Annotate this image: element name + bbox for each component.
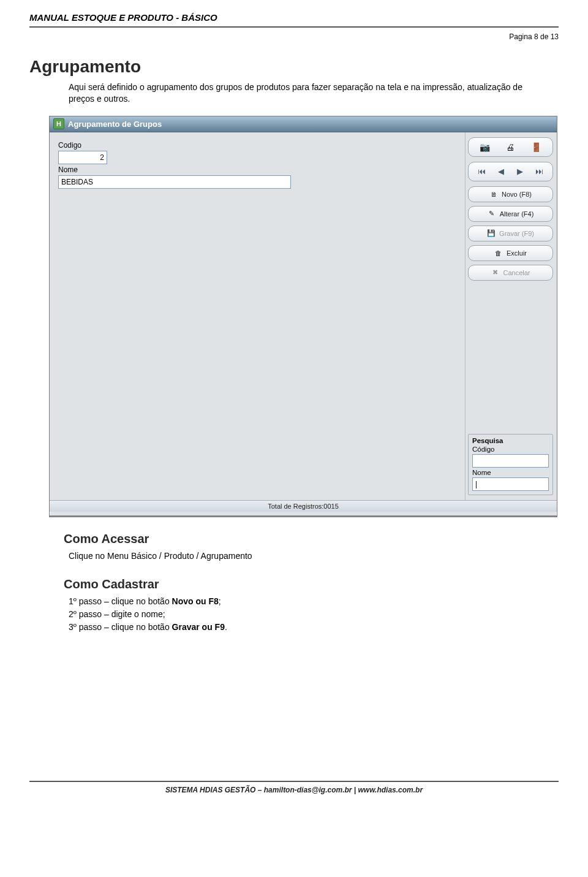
app-icon: H xyxy=(53,118,64,129)
step-1-suffix: ; xyxy=(219,596,221,606)
novo-button[interactable]: 🗎 Novo (F8) xyxy=(468,186,553,202)
trash-icon: 🗑 xyxy=(494,249,503,257)
excluir-button[interactable]: 🗑 Excluir xyxy=(468,245,553,261)
window-bottom-border xyxy=(50,515,557,517)
nav-first-icon[interactable]: ⏮ xyxy=(475,165,489,178)
statusbar: Total de Registros:0015 xyxy=(50,500,557,512)
step-3-bold: Gravar ou F9 xyxy=(172,622,225,632)
como-acessar-text: Clique no Menu Básico / Produto / Agrupa… xyxy=(69,550,559,563)
step-1-bold: Novo ou F8 xyxy=(172,596,219,606)
nav-prev-icon[interactable]: ◀ xyxy=(494,165,508,178)
nav-row: ⏮ ◀ ▶ ⏭ xyxy=(468,162,553,181)
cancel-icon: ✖ xyxy=(491,268,499,276)
page-number: Pagina 8 de 13 xyxy=(29,32,559,41)
section-intro: Aqui será definido o agrupamento dos gru… xyxy=(69,82,546,105)
titlebar: H Agrupamento de Grupos xyxy=(50,116,557,132)
gravar-button-label: Gravar (F9) xyxy=(499,230,534,237)
gravar-button[interactable]: 💾 Gravar (F9) xyxy=(468,226,553,241)
como-acessar-heading: Como Acessar xyxy=(64,532,559,546)
search-label-codigo: Código xyxy=(472,446,549,453)
search-heading: Pesquisa xyxy=(472,437,549,444)
page-footer: SISTEMA HDIAS GESTÃO – hamilton-dias@ig.… xyxy=(29,781,559,794)
alterar-button[interactable]: ✎ Alterar (F4) xyxy=(468,206,553,222)
search-label-nome: Nome xyxy=(472,469,549,476)
input-codigo[interactable] xyxy=(58,151,107,164)
label-nome: Nome xyxy=(58,165,456,174)
excluir-button-label: Excluir xyxy=(507,249,527,257)
print-icon[interactable]: 🖨 xyxy=(503,140,517,154)
toolbar-row: 📷 🖨 🚪 xyxy=(468,137,553,157)
exit-icon[interactable]: 🚪 xyxy=(529,140,543,154)
file-icon: 🗎 xyxy=(489,191,498,198)
alterar-button-label: Alterar (F4) xyxy=(500,210,534,218)
novo-button-label: Novo (F8) xyxy=(502,191,532,198)
input-nome[interactable] xyxy=(58,175,291,189)
form-area: Codigo Nome xyxy=(50,132,465,500)
step-3-suffix: . xyxy=(225,622,227,632)
step-3-prefix: 3º passo – clique no botão xyxy=(69,622,172,632)
step-3: 3º passo – clique no botão Gravar ou F9. xyxy=(69,621,559,634)
titlebar-text: Agrupamento de Grupos xyxy=(68,120,162,129)
save-icon: 💾 xyxy=(487,229,496,237)
app-window: H Agrupamento de Grupos Codigo Nome 📷 🖨 … xyxy=(49,116,557,517)
label-codigo: Codigo xyxy=(58,141,456,150)
step-1: 1º passo – clique no botão Novo ou F8; xyxy=(69,595,559,608)
como-cadastrar-heading: Como Cadastrar xyxy=(64,577,559,591)
camera-icon[interactable]: 📷 xyxy=(478,140,492,154)
nav-next-icon[interactable]: ▶ xyxy=(513,165,527,178)
cancelar-button[interactable]: ✖ Cancelar xyxy=(468,265,553,281)
side-panel: 📷 🖨 🚪 ⏮ ◀ ▶ ⏭ 🗎 Novo (F8) ✎ xyxy=(465,132,557,500)
step-2: 2º passo – digite o nome; xyxy=(69,608,559,621)
doc-title: MANUAL ESTOQUE E PRODUTO - BÁSICO xyxy=(29,12,559,23)
nav-last-icon[interactable]: ⏭ xyxy=(532,165,546,178)
search-input-nome[interactable] xyxy=(472,477,549,491)
search-box: Pesquisa Código Nome xyxy=(468,434,553,495)
step-1-prefix: 1º passo – clique no botão xyxy=(69,596,172,606)
section-heading: Agrupamento xyxy=(29,57,559,77)
edit-icon: ✎ xyxy=(488,210,496,218)
cancelar-button-label: Cancelar xyxy=(503,269,530,276)
divider xyxy=(29,26,559,28)
search-input-codigo[interactable] xyxy=(472,454,549,468)
